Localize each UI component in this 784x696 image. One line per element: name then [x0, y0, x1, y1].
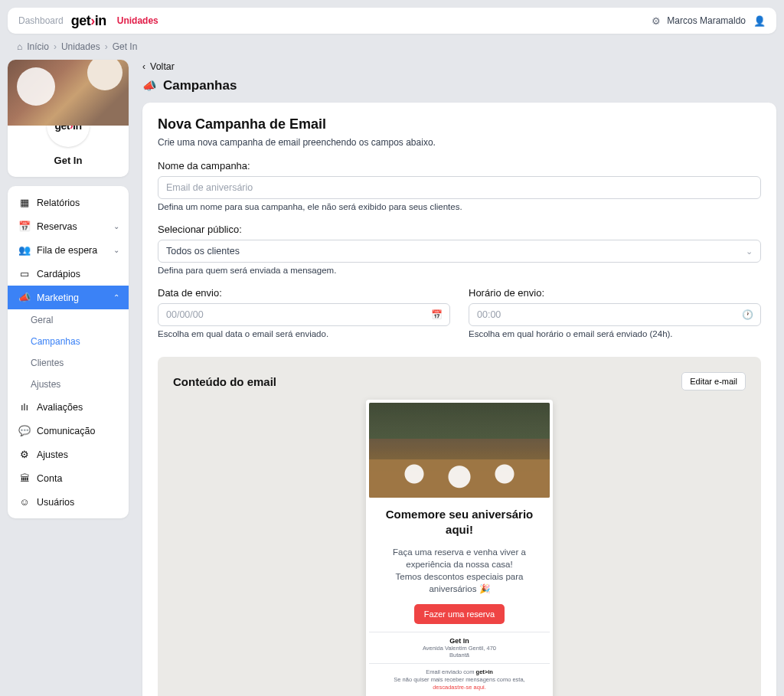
date-input[interactable] — [158, 303, 450, 326]
unsubscribe-link[interactable]: descadastre-se aqui. — [433, 684, 486, 691]
gear-icon: ⚙ — [18, 449, 31, 460]
home-icon: ⌂ — [17, 41, 22, 52]
email-frame: Comemore seu aniversário aqui! Faça uma … — [366, 400, 553, 696]
logo-text-left: get — [71, 13, 91, 28]
logo-text-right: in — [95, 13, 106, 28]
sidebar-item-marketing[interactable]: 📣 Marketing ⌃ — [8, 286, 129, 309]
bank-icon: 🏛 — [18, 472, 31, 484]
sidebar-item-label: Comunicação — [37, 426, 95, 436]
breadcrumb-home[interactable]: Início — [27, 41, 49, 52]
email-footer-address: Get In Avenida Valentim Gentil, 470 Buta… — [369, 632, 550, 664]
sidebar-item-avaliacoes[interactable]: ılı Avaliações — [8, 395, 129, 419]
queue-icon: 👥 — [18, 244, 31, 256]
nav-card: ▦ Relatórios 📅 Reservas ⌄ 👥 Fila de espe… — [8, 186, 129, 518]
page-title: Campanhas — [163, 78, 237, 93]
page-title-row: 📣 Campanhas — [142, 78, 776, 93]
breadcrumb-current: Get In — [113, 41, 138, 52]
sidebar-item-conta[interactable]: 🏛 Conta — [8, 466, 129, 490]
email-paragraph: Faça uma reserva e venha viver a experiê… — [380, 546, 539, 595]
sidebar-item-label: Reservas — [37, 221, 77, 232]
time-label: Horário de envio: — [469, 287, 761, 299]
form-description: Crie uma nova campanha de email preenche… — [158, 137, 761, 148]
chevron-right-icon: › — [105, 41, 108, 52]
sidebar-sub-ajustes[interactable]: Ajustes — [8, 374, 129, 395]
breadcrumb: ⌂ Início › Unidades › Get In — [0, 34, 784, 60]
menu-icon: ▭ — [18, 268, 31, 279]
disc-text-2: Se não quiser mais receber mensagens com… — [394, 676, 524, 683]
sidebar-sub-geral[interactable]: Geral — [8, 309, 129, 331]
sidebar-sub-clientes[interactable]: Clientes — [8, 352, 129, 374]
chevron-up-icon: ⌃ — [113, 293, 119, 302]
megaphone-icon: 📣 — [18, 292, 31, 303]
unidades-link[interactable]: Unidades — [117, 15, 158, 26]
breadcrumb-unidades[interactable]: Unidades — [61, 41, 100, 52]
topbar: Dashboard get›in Unidades ⚙ Marcos Maram… — [8, 8, 776, 34]
brand-card: get›in Get In — [8, 60, 129, 177]
user-icon: ☺ — [18, 496, 31, 508]
chevron-down-icon: ⌄ — [746, 247, 753, 257]
disc-text-1: Email enviado com — [426, 668, 475, 675]
campaign-name-label: Nome da campanha: — [158, 160, 761, 172]
chevron-right-icon: › — [54, 41, 57, 52]
logo[interactable]: get›in — [71, 13, 106, 29]
chevron-down-icon: ⌄ — [113, 222, 119, 230]
time-hint: Escolha em qual horário o email será env… — [469, 329, 761, 338]
sidebar-sub-campanhas[interactable]: Campanhas — [8, 331, 129, 352]
sidebar-item-label: Relatórios — [37, 198, 80, 208]
sidebar-item-comunicacao[interactable]: 💬 Comunicação — [8, 419, 129, 443]
calendar-icon: 📅 — [18, 221, 31, 232]
sidebar-item-usuarios[interactable]: ☺ Usuários — [8, 490, 129, 514]
disc-brand: get>in — [476, 668, 493, 675]
preview-title: Conteúdo do email — [173, 375, 276, 388]
dashboard-icon: ▦ — [18, 197, 31, 208]
sidebar-item-ajustes[interactable]: ⚙ Ajustes — [8, 443, 129, 466]
gear-icon[interactable]: ⚙ — [652, 15, 661, 27]
sidebar-item-fila[interactable]: 👥 Fila de espera ⌄ — [8, 238, 129, 262]
back-label: Voltar — [150, 61, 175, 72]
sidebar-item-label: Conta — [37, 473, 62, 484]
email-heading: Comemore seu aniversário aqui! — [380, 507, 539, 537]
back-button[interactable]: ‹ Voltar — [142, 61, 776, 72]
chat-icon: 💬 — [18, 425, 31, 436]
email-footer-name: Get In — [375, 637, 544, 645]
email-preview-panel: Conteúdo do email Editar e-mail Comemore… — [158, 357, 761, 696]
email-cta-button[interactable]: Fazer uma reserva — [414, 604, 505, 624]
campaign-name-input[interactable] — [158, 176, 761, 199]
date-label: Data de envio: — [158, 287, 450, 299]
campaign-name-hint: Defina um nome para sua campanha, ele nã… — [158, 202, 761, 211]
username-label[interactable]: Marcos Maramaldo — [667, 15, 746, 26]
email-p2: Temos descontos especiais para aniversár… — [396, 572, 524, 593]
form-heading: Nova Campanha de Email — [158, 116, 761, 132]
sidebar-item-reservas[interactable]: 📅 Reservas ⌄ — [8, 214, 129, 238]
email-disclaimer: Email enviado com get>in Se não quiser m… — [369, 664, 550, 696]
chart-icon: ılı — [18, 401, 31, 413]
public-select-value: Todos os clientes — [166, 246, 240, 257]
sidebar-item-label: Ajustes — [37, 449, 68, 460]
dashboard-link[interactable]: Dashboard — [18, 15, 64, 26]
chevron-down-icon: ⌄ — [113, 246, 119, 254]
sidebar-item-label: Fila de espera — [37, 245, 97, 256]
chevron-left-icon: ‹ — [142, 61, 145, 72]
public-label: Selecionar público: — [158, 224, 761, 235]
brand-name: Get In — [8, 147, 129, 177]
email-hero-image — [369, 403, 550, 498]
date-hint: Escolha em qual data o email será enviad… — [158, 329, 450, 338]
megaphone-icon: 📣 — [142, 79, 157, 93]
sidebar-item-label: Marketing — [37, 292, 79, 303]
sidebar-item-label: Cardápios — [37, 269, 80, 279]
public-select[interactable]: Todos os clientes ⌄ — [158, 240, 761, 263]
user-icon[interactable]: 👤 — [753, 15, 766, 27]
sidebar-item-label: Avaliações — [37, 402, 83, 413]
email-footer-addr1: Avenida Valentim Gentil, 470 — [375, 645, 544, 652]
sidebar-item-label: Usuários — [37, 497, 74, 508]
email-p1: Faça uma reserva e venha viver a experiê… — [393, 547, 526, 569]
public-hint: Defina para quem será enviada a mensagem… — [158, 266, 761, 275]
time-input[interactable] — [469, 303, 761, 326]
brand-cover-image — [8, 60, 129, 126]
edit-email-button[interactable]: Editar e-mail — [681, 372, 746, 390]
form-card: Nova Campanha de Email Crie uma nova cam… — [142, 103, 776, 696]
sidebar-item-cardapios[interactable]: ▭ Cardápios — [8, 262, 129, 286]
sidebar-item-relatorios[interactable]: ▦ Relatórios — [8, 191, 129, 214]
email-footer-addr2: Butantã — [375, 652, 544, 658]
